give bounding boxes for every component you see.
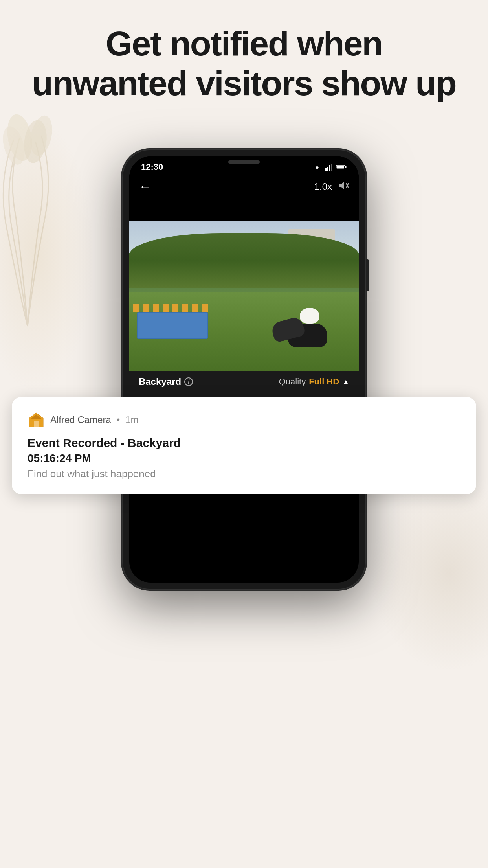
black-spacer (129, 198, 359, 221)
svg-rect-6 (329, 165, 330, 171)
zoom-level[interactable]: 1.0x (314, 181, 332, 192)
chevron-up-icon[interactable]: ▲ (342, 378, 349, 386)
status-icons (312, 164, 347, 171)
headline-text: Get notified when unwanted visitors show… (31, 24, 457, 103)
svg-rect-5 (327, 167, 328, 171)
zoom-controls: 1.0x (314, 180, 349, 193)
app-icon (28, 411, 45, 428)
notification-time-detail: 05:16:24 PM (28, 452, 460, 465)
headline-line1: Get notified when (106, 24, 382, 63)
scene-pool (137, 312, 208, 339)
notification-time-ago: 1m (125, 414, 138, 425)
status-time: 12:30 (141, 162, 163, 172)
svg-rect-10 (345, 166, 347, 168)
wifi-icon (312, 164, 322, 171)
svg-rect-7 (331, 164, 332, 171)
notification-header: Alfred Camera • 1m (28, 411, 460, 428)
quality-value[interactable]: Full HD (309, 377, 339, 387)
plant-svg (0, 98, 71, 334)
back-button[interactable]: ← (139, 179, 151, 194)
dog1-head (300, 308, 319, 324)
scene-flags (133, 304, 212, 312)
camera-feed (129, 221, 359, 371)
quality-label: Quality (279, 377, 306, 387)
camera-name: Backyard (139, 376, 181, 387)
app-bar: ← 1.0x (129, 175, 359, 198)
headline-section: Get notified when unwanted visitors show… (0, 24, 488, 103)
status-bar: 12:30 (129, 156, 359, 175)
camera-name-group: Backyard i (139, 376, 193, 387)
quality-group: Quality Full HD ▲ (279, 377, 349, 387)
svg-rect-9 (337, 166, 344, 169)
mute-icon[interactable] (338, 180, 349, 193)
dogs (272, 308, 327, 347)
bg-couch-decoration (370, 475, 488, 671)
phone-screen: 12:30 (129, 156, 359, 583)
camera-label-bar: Backyard i Quality Full HD ▲ (129, 371, 359, 393)
notification-body: Find out what just happened (28, 468, 460, 480)
scene-trees (129, 233, 359, 288)
notification-title: Event Recorded - Backyard (28, 436, 460, 450)
signal-icon (325, 164, 333, 171)
phone-outer: 12:30 (122, 149, 366, 590)
info-icon[interactable]: i (184, 377, 193, 386)
svg-rect-4 (325, 168, 327, 171)
notification-card[interactable]: Alfred Camera • 1m Event Recorded - Back… (12, 397, 476, 494)
notification-app-name: Alfred Camera (50, 414, 111, 425)
notification-separator: • (117, 414, 120, 425)
battery-icon (336, 164, 347, 170)
svg-rect-23 (34, 421, 39, 427)
earpiece (228, 160, 260, 164)
headline-line2: unwanted visitors show up (32, 64, 456, 103)
phone-mockup: 12:30 (122, 149, 366, 590)
